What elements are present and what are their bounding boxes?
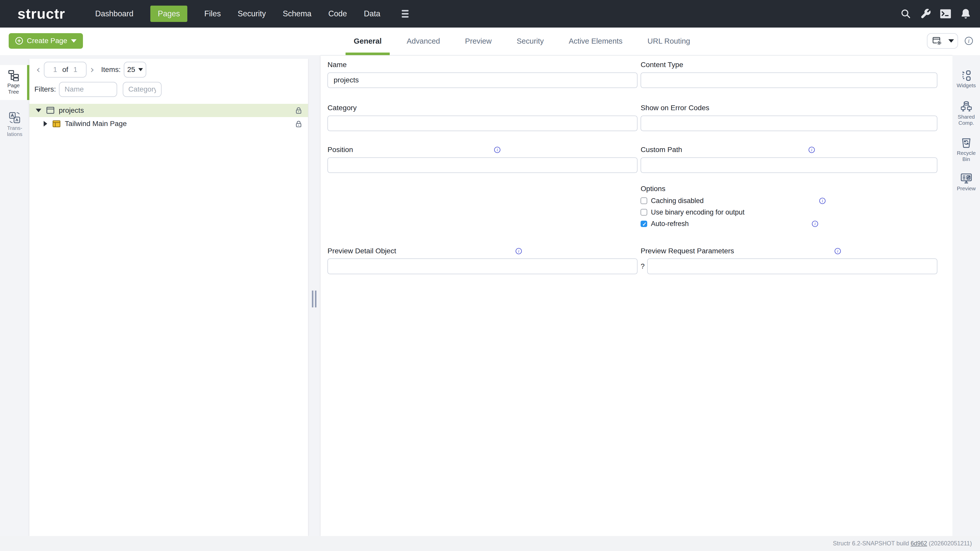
- sidebar-tab-widgets[interactable]: Widgets: [953, 69, 980, 89]
- sidebar-tab-page-tree[interactable]: Page Tree: [0, 65, 29, 100]
- tab-general[interactable]: General: [345, 27, 390, 55]
- field-label: Position: [328, 145, 353, 154]
- build-link[interactable]: 6d962: [911, 540, 927, 547]
- info-icon[interactable]: i: [494, 146, 501, 153]
- field-show-on-error-codes: Show on Error Codes: [641, 103, 937, 131]
- nav-code[interactable]: Code: [328, 6, 347, 22]
- sidebar-tab-label: Recycle Bin: [953, 150, 980, 162]
- info-icon[interactable]: i: [819, 197, 826, 204]
- checkbox-unchecked[interactable]: [641, 209, 647, 216]
- preview-request-parameters-input[interactable]: [647, 259, 938, 274]
- page-general-settings-panel: Name Category Position i Preview Detail …: [321, 55, 953, 536]
- svg-text:i: i: [837, 249, 838, 254]
- sidebar-tab-translations[interactable]: Trans- lations: [0, 107, 29, 138]
- terminal-icon[interactable]: [940, 8, 951, 19]
- tree-row-label: Tailwind Main Page: [65, 120, 127, 128]
- svg-text:i: i: [815, 221, 816, 226]
- widgets-icon: [960, 69, 972, 81]
- tree-row-label: projects: [59, 106, 84, 114]
- svg-text:i: i: [968, 38, 969, 44]
- form-column-left: Name Category Position i Preview Detail …: [328, 56, 638, 536]
- sidebar-tab-label: Preview: [953, 186, 980, 192]
- tab-advanced[interactable]: Advanced: [399, 27, 448, 55]
- filter-name-input[interactable]: [59, 82, 117, 97]
- status-bar: Structr 6.2-SNAPSHOT build 6d962 (202602…: [0, 536, 980, 551]
- search-icon[interactable]: [900, 8, 912, 19]
- pager-of-label: of: [62, 65, 68, 74]
- sidebar-tab-label: Trans- lations: [0, 125, 29, 138]
- name-input[interactable]: [328, 73, 638, 88]
- pager-page-box[interactable]: of: [44, 62, 86, 77]
- chevron-down-icon: [71, 39, 76, 43]
- tab-preview[interactable]: Preview: [457, 27, 500, 55]
- top-navbar: structr Dashboard Pages Files Security S…: [0, 0, 980, 27]
- sidebar-tab-label: Page Tree: [0, 83, 27, 95]
- sidebar-tab-shared-components[interactable]: Shared Comp.: [953, 100, 980, 126]
- content-type-input[interactable]: [641, 73, 937, 88]
- info-icon[interactable]: i: [515, 248, 522, 254]
- query-prefix: ?: [641, 262, 645, 270]
- pager-next-button[interactable]: ›: [88, 62, 96, 77]
- field-category: Category: [328, 103, 638, 131]
- layout-switcher-button[interactable]: [927, 33, 958, 49]
- info-icon[interactable]: i: [811, 221, 818, 227]
- app-logo[interactable]: structr: [18, 0, 65, 27]
- checkbox-caching-disabled[interactable]: Caching disabled i: [641, 197, 937, 205]
- menu-icon[interactable]: [400, 8, 410, 19]
- tab-url-routing[interactable]: URL Routing: [639, 27, 698, 55]
- svg-text:i: i: [811, 148, 812, 152]
- sidebar-tab-preview[interactable]: Preview: [953, 172, 980, 192]
- tab-active-elements[interactable]: Active Elements: [561, 27, 631, 55]
- checkbox-label: Auto-refresh: [651, 220, 689, 228]
- field-custom-path: Custom Path i: [641, 145, 937, 173]
- nav-security[interactable]: Security: [238, 6, 266, 22]
- nav-dashboard[interactable]: Dashboard: [95, 6, 134, 22]
- tab-security[interactable]: Security: [509, 27, 552, 55]
- svg-text:i: i: [518, 249, 519, 254]
- svg-text:i: i: [822, 198, 823, 203]
- nav-pages[interactable]: Pages: [150, 6, 188, 22]
- filter-category-input[interactable]: [123, 82, 162, 97]
- tree-row-projects[interactable]: projects: [29, 104, 308, 118]
- structr-app: structr Dashboard Pages Files Security S…: [0, 0, 980, 551]
- form-column-right: Content Type Show on Error Codes Custom …: [641, 56, 937, 536]
- info-icon[interactable]: i: [808, 146, 815, 153]
- left-tool-strip: Page Tree Trans- lations: [0, 55, 29, 536]
- plus-circle-icon: [15, 37, 23, 45]
- checkbox-label: Use binary encoding for output: [651, 208, 745, 216]
- checkbox-binary-encoding[interactable]: Use binary encoding for output: [641, 208, 937, 216]
- pager-current-page-input[interactable]: [51, 65, 59, 74]
- page-size-value: 25: [127, 65, 135, 74]
- create-page-button[interactable]: Create Page: [9, 33, 83, 49]
- preview-detail-object-input[interactable]: [328, 259, 638, 274]
- custom-path-input[interactable]: [641, 157, 937, 173]
- tree-pager: ‹ of › Items: 25: [29, 59, 308, 77]
- info-circle-icon[interactable]: i: [964, 37, 973, 45]
- checkbox-checked[interactable]: [641, 221, 647, 227]
- field-preview-request-parameters: Preview Request Parameters i ?: [641, 247, 937, 274]
- main-navigation: Dashboard Pages Files Security Schema Co…: [95, 6, 410, 22]
- expander-collapsed-icon[interactable]: [44, 121, 47, 127]
- expander-expanded-icon[interactable]: [36, 109, 41, 112]
- field-label: Name: [328, 60, 638, 69]
- sidebar-tab-label: Shared Comp.: [953, 114, 980, 126]
- checkbox-auto-refresh[interactable]: Auto-refresh i: [641, 220, 937, 228]
- checkbox-unchecked[interactable]: [641, 197, 647, 204]
- bell-icon[interactable]: [960, 8, 971, 19]
- version-text: Structr 6.2-SNAPSHOT build: [833, 540, 911, 547]
- info-icon[interactable]: i: [834, 248, 841, 254]
- page-size-select[interactable]: 25: [124, 62, 146, 77]
- position-input[interactable]: [328, 157, 638, 173]
- panel-controls: i: [927, 33, 973, 49]
- splitter-drag-handle[interactable]: [312, 291, 317, 307]
- nav-files[interactable]: Files: [204, 6, 221, 22]
- wrench-icon[interactable]: [920, 8, 931, 19]
- category-input[interactable]: [328, 116, 638, 131]
- tree-row-tailwind-main-page[interactable]: Tailwind Main Page: [29, 117, 308, 130]
- sidebar-tab-recycle-bin[interactable]: Recycle Bin: [953, 137, 980, 162]
- filters-label: Filters:: [35, 85, 56, 94]
- show-on-error-codes-input[interactable]: [641, 116, 937, 131]
- nav-schema[interactable]: Schema: [283, 6, 311, 22]
- pager-prev-button[interactable]: ‹: [35, 62, 42, 77]
- nav-data[interactable]: Data: [364, 6, 380, 22]
